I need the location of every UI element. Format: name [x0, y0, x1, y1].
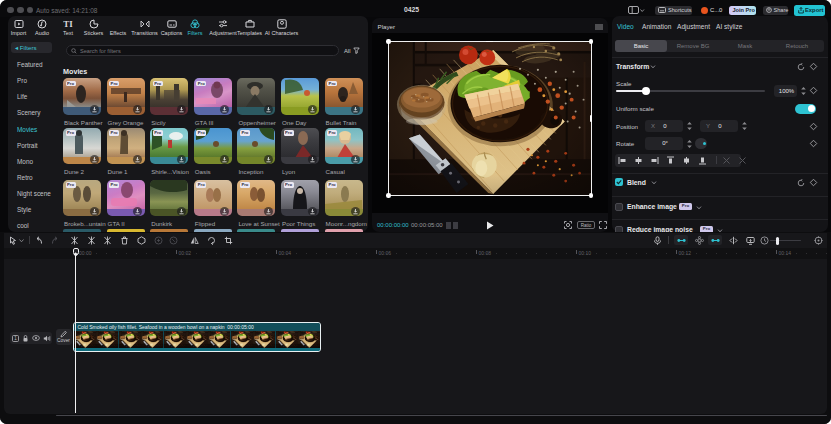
svg-text:TI: TI [63, 19, 73, 29]
svg-text:1: 1 [14, 336, 17, 341]
